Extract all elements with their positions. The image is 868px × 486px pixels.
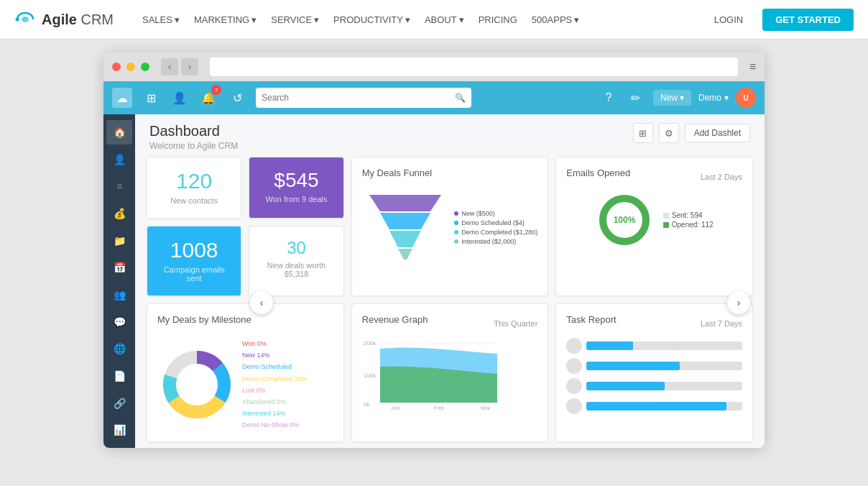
crm-notifications-icon[interactable]: 🔔 7: [198, 88, 218, 108]
nav-sales[interactable]: SALES ▾: [142, 14, 180, 25]
nav-service[interactable]: SERVICE ▾: [271, 14, 319, 25]
crm-search-input[interactable]: [262, 93, 452, 103]
crm-refresh-icon[interactable]: ↺: [227, 88, 247, 108]
page-title-section: Dashboard Welcome to Agile CRM: [149, 123, 238, 151]
browser-minimize-dot[interactable]: [126, 63, 135, 71]
browser-chrome: ‹ › ≡: [103, 52, 765, 81]
logo[interactable]: Agile CRM: [14, 12, 114, 28]
sidebar-team-icon[interactable]: 👥: [106, 283, 132, 307]
crm-main-content: Dashboard Welcome to Agile CRM ⊞ ⚙ Add D…: [135, 114, 765, 448]
new-contacts-value: 120: [157, 170, 231, 192]
task-report-title: Task Report: [566, 314, 616, 325]
nav-about[interactable]: ABOUT ▾: [425, 14, 464, 25]
settings-icon[interactable]: ⚙: [659, 123, 679, 143]
svg-marker-4: [389, 231, 421, 247]
browser-back-button[interactable]: ‹: [161, 58, 178, 75]
crm-edit-icon[interactable]: ✏: [626, 88, 646, 108]
login-button[interactable]: LOGIN: [706, 10, 752, 29]
crm-topbar: ☁ ⊞ 👤 🔔 7 ↺ 🔍 ? ✏ New ▾: [103, 81, 765, 114]
funnel-label-interested: Interested ($2,000): [454, 238, 537, 245]
crm-contacts-icon[interactable]: 👤: [170, 88, 190, 108]
crm-grid-icon[interactable]: ⊞: [141, 88, 161, 108]
stat-won: $545 Won from 9 deals: [249, 157, 343, 219]
task-avatar-3: [566, 378, 582, 394]
crm-body: 🏠 👤 ≡ 💰 📁 📅 👥 💬 🌐 📄 🔗 📊: [103, 114, 765, 448]
sidebar-chat-icon[interactable]: 💬: [106, 310, 132, 334]
task-bar-container-3: [586, 382, 742, 390]
svg-text:100k: 100k: [364, 372, 377, 379]
sidebar-folder-icon[interactable]: 📁: [106, 229, 132, 253]
crm-app: ☁ ⊞ 👤 🔔 7 ↺ 🔍 ? ✏ New ▾: [103, 81, 765, 448]
sidebar-globe-icon[interactable]: 🌐: [106, 336, 132, 361]
sidebar-contacts-icon[interactable]: 👤: [106, 147, 132, 172]
browser-window: ‹ › ≡ ☁ ⊞ 👤 🔔 7 ↺ 🔍: [103, 52, 765, 448]
revenue-chart-svg: 200k 100k 0k: [362, 338, 499, 410]
new-contacts-label: New contacts: [157, 196, 231, 205]
task-bar-2: [586, 362, 680, 370]
task-report-card: Task Report Last 7 Days: [555, 303, 753, 442]
nav-pricing[interactable]: PRICING: [479, 14, 517, 25]
sidebar-reports-icon[interactable]: 📊: [106, 418, 132, 442]
emails-content: 100% Sent: 594: [566, 191, 742, 249]
svg-point-14: [181, 369, 213, 400]
browser-forward-button[interactable]: ›: [181, 58, 198, 75]
task-bar-3: [586, 382, 664, 390]
crm-new-button[interactable]: New ▾: [653, 90, 691, 106]
browser-menu-icon[interactable]: ≡: [749, 60, 756, 73]
crm-cloud-icon[interactable]: ☁: [112, 88, 132, 108]
new-deals-value: 30: [259, 239, 333, 257]
sidebar-list-icon[interactable]: ≡: [106, 174, 132, 198]
milestone-card-header: My Deals by Milestone: [157, 314, 333, 332]
logo-icon: [14, 12, 36, 27]
svg-text:0k: 0k: [364, 401, 370, 408]
email-legend: Sent: 594 Opened: 112: [663, 211, 714, 229]
milestone-demo-completed: Demo Completed 32%: [242, 373, 308, 385]
milestone-title: My Deals by Milestone: [157, 314, 251, 325]
stat-campaign: 1008 Campaign emails sent: [147, 226, 241, 296]
nav-right: LOGIN GET STARTED: [706, 9, 854, 31]
sidebar-deals-icon[interactable]: 💰: [106, 201, 132, 226]
crm-search-icon: 🔍: [455, 93, 466, 103]
top-navigation: Agile CRM SALES ▾ MARKETING ▾ SERVICE ▾ …: [0, 0, 868, 40]
svg-point-1: [16, 18, 19, 22]
carousel-right-arrow[interactable]: ›: [727, 291, 750, 314]
crm-help-icon[interactable]: ?: [599, 88, 619, 108]
crm-user-dropdown[interactable]: Demo ▾: [698, 93, 729, 103]
funnel-label-demo-comp: Demo Completed ($1,280): [454, 229, 537, 236]
nav-500apps[interactable]: 500APPS ▾: [532, 14, 579, 25]
crm-new-label: New: [660, 93, 678, 103]
carousel-left-arrow[interactable]: ‹: [250, 291, 273, 314]
milestone-demo-scheduled: Demo Scheduled: [242, 361, 308, 372]
svg-text:Jan: Jan: [391, 405, 400, 410]
browser-close-dot[interactable]: [112, 63, 121, 71]
funnel-label-demo-sched: Demo Scheduled ($4): [454, 219, 537, 226]
add-dashlet-button[interactable]: Add Dashlet: [685, 124, 750, 142]
sidebar-document-icon[interactable]: 📄: [106, 364, 132, 388]
new-deals-label: New deals worth $5,318: [259, 261, 333, 278]
task-row-1: [566, 338, 742, 354]
sidebar-share-icon[interactable]: 🔗: [106, 391, 132, 416]
crm-user-avatar: U: [736, 88, 756, 108]
google-apps-icon[interactable]: ⊞: [633, 123, 653, 143]
email-donut-svg: 100%: [596, 191, 653, 249]
dashboard-grid: 120 New contacts $545 Won from 9 deals: [135, 157, 765, 448]
get-started-button[interactable]: GET STARTED: [762, 9, 854, 31]
task-avatar-4: [566, 398, 582, 414]
task-avatar-2: [566, 358, 582, 374]
won-label: Won from 9 deals: [259, 195, 333, 203]
crm-sidebar: 🏠 👤 ≡ 💰 📁 📅 👥 💬 🌐 📄 🔗 📊: [103, 114, 135, 448]
svg-text:200k: 200k: [364, 340, 377, 347]
logo-light-text: CRM: [77, 12, 114, 27]
emails-card-header: Emails Opened Last 2 Days: [566, 168, 742, 185]
nav-productivity[interactable]: PRODUCTIVITY ▾: [333, 14, 410, 25]
task-row-2: [566, 358, 742, 374]
browser-url-bar[interactable]: [210, 58, 738, 76]
stat-new-contacts: 120 New contacts: [147, 157, 241, 219]
milestone-card: My Deals by Milestone: [147, 303, 344, 442]
sidebar-home-icon[interactable]: 🏠: [106, 120, 132, 145]
emails-title: Emails Opened: [566, 168, 630, 178]
funnel-chart: New ($500) Demo Scheduled ($4): [362, 191, 538, 263]
nav-marketing[interactable]: MARKETING ▾: [194, 14, 257, 25]
browser-maximize-dot[interactable]: [141, 63, 149, 71]
sidebar-calendar-icon[interactable]: 📅: [106, 255, 132, 280]
